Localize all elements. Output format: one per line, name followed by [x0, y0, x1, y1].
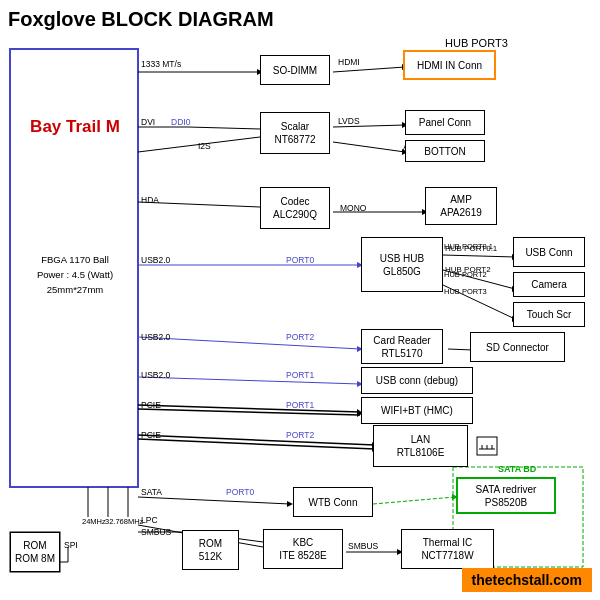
- signal-pcie-1: PCIE: [141, 400, 161, 410]
- signal-mono: MONO: [340, 203, 366, 213]
- diagram: Foxglove BLOCK DIAGRAM: [0, 0, 600, 600]
- svg-line-10: [333, 142, 405, 152]
- kbc-box: KBC ITE 8528E: [263, 529, 343, 569]
- svg-line-30: [138, 409, 360, 415]
- block-diagram-content: Bay Trail M FBGA 1170 Ball Power : 4.5 (…: [8, 37, 592, 592]
- bay-trail-label: Bay Trail M: [12, 117, 138, 137]
- signal-hda: HDA: [141, 195, 159, 205]
- svg-line-3: [333, 67, 405, 72]
- svg-line-6: [188, 127, 260, 129]
- signal-ddi0: DDI0: [171, 117, 190, 127]
- hdmi-conn-box: HDMI IN Conn: [403, 50, 496, 80]
- wtb-conn-box: WTB Conn: [293, 487, 373, 517]
- signal-hub-port3: HUB PORT3: [445, 37, 508, 49]
- svg-line-42: [373, 497, 455, 504]
- signal-dvi: DVI: [141, 117, 155, 127]
- watermark: thetechstall.com: [462, 568, 592, 592]
- svg-line-33: [138, 439, 375, 449]
- sd-connector-box: SD Connector: [470, 332, 565, 362]
- svg-rect-35: [477, 437, 497, 455]
- signal-port1-2: PORT1: [286, 400, 314, 410]
- signal-hdmi: HDMI: [338, 57, 360, 67]
- signal-port0: PORT0: [286, 255, 314, 265]
- botton-box: BOTTON: [405, 140, 485, 162]
- rom-512k-box: ROM 512K: [182, 530, 239, 570]
- scalar-box: Scalar NT68772: [260, 112, 330, 154]
- signal-lpc: LPC: [141, 515, 158, 525]
- svg-line-23: [138, 337, 360, 349]
- signal-1333: 1333 MT/s: [141, 59, 181, 69]
- signal-lvds: LVDS: [338, 116, 360, 126]
- panel-conn-box: Panel Conn: [405, 110, 485, 135]
- svg-line-40: [138, 497, 290, 504]
- signal-port1-1: PORT1: [286, 370, 314, 380]
- lan-box: LAN RTL8106E: [373, 425, 468, 467]
- svg-line-32: [138, 435, 375, 445]
- bay-trail-info: FBGA 1170 Ball Power : 4.5 (Watt) 25mm*2…: [12, 252, 138, 298]
- usb-debug-box: USB conn (debug): [361, 367, 473, 394]
- usb-hub-box: USB HUB GL850G: [361, 237, 443, 292]
- hub-port1-label: HUB PORT0.1: [444, 242, 493, 251]
- camera-box: Camera: [513, 272, 585, 297]
- wifi-bt-box: WIFI+BT (HMC): [361, 397, 473, 424]
- signal-pcie-2: PCIE: [141, 430, 161, 440]
- svg-line-29: [138, 405, 360, 412]
- codec-box: Codec ALC290Q: [260, 187, 330, 229]
- rom-8m-box: ROM ROM 8M: [10, 532, 60, 572]
- page-title: Foxglove BLOCK DIAGRAM: [8, 8, 592, 31]
- signal-sata-bd: SATA BD: [498, 464, 536, 474]
- usb-conn-box: USB Conn: [513, 237, 585, 267]
- thermal-ic-box: Thermal IC NCT7718W: [401, 529, 494, 569]
- signal-smbus: SMBUS: [141, 527, 171, 537]
- signal-clk-32: 32.768MHz: [105, 517, 143, 526]
- hub-port2-label: HUB PORT2: [444, 270, 487, 279]
- signal-smbus2: SMBUS: [348, 541, 378, 551]
- signal-port0-sata: PORT0: [226, 487, 254, 497]
- signal-spi: SPI: [64, 540, 78, 550]
- sata-redriver-box: SATA redriver PS8520B: [456, 477, 556, 514]
- amp-box: AMP APA2619: [425, 187, 497, 225]
- signal-i2s: I2S: [198, 141, 211, 151]
- signal-port2-2: PORT2: [286, 430, 314, 440]
- signal-usb20-3: USB2.0: [141, 370, 170, 380]
- svg-line-17: [443, 255, 515, 257]
- signal-usb20-2: USB2.0: [141, 332, 170, 342]
- touch-scr-box: Touch Scr: [513, 302, 585, 327]
- signal-port2: PORT2: [286, 332, 314, 342]
- signal-sata: SATA: [141, 487, 162, 497]
- svg-line-27: [138, 377, 360, 384]
- signal-usb20-1: USB2.0: [141, 255, 170, 265]
- card-reader-box: Card Reader RTL5170: [361, 329, 443, 364]
- sodimm-box: SO-DIMM: [260, 55, 330, 85]
- signal-clk-24: 24MHz: [82, 517, 106, 526]
- hub-port3-label: HUB PORT3: [444, 287, 487, 296]
